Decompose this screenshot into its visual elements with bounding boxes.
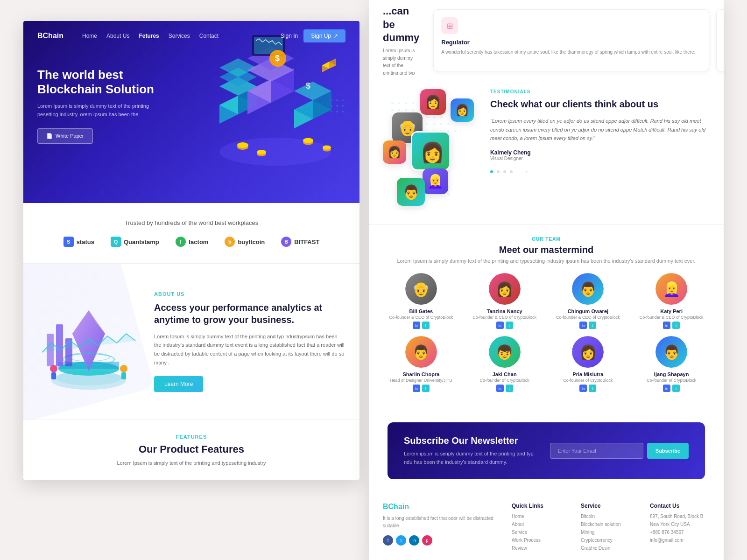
twitter-icon-8[interactable]: t <box>672 385 680 392</box>
footer-service-crypto[interactable]: Cryptocurrency <box>581 538 641 543</box>
team-social-4: in t <box>633 322 710 329</box>
twitter-icon-1[interactable]: t <box>422 322 430 329</box>
whitepaper-button[interactable]: 📄 White Paper <box>37 128 93 144</box>
team-name-5: Sharlin Chopra <box>383 371 459 377</box>
footer-contact-col: Contact Us 897, South Road, Block B New … <box>650 503 710 553</box>
footer-link-service[interactable]: Service <box>512 530 571 535</box>
twitter-icon-7[interactable]: t <box>589 385 596 392</box>
svg-point-55 <box>120 365 127 372</box>
linkedin-icon-6[interactable]: in <box>496 385 504 392</box>
svg-rect-54 <box>51 372 56 379</box>
team-section: OUR TEAM Meet our mastermind Lorem Ipsum… <box>369 225 724 411</box>
avatar-6: 👱‍♀️ <box>423 168 448 194</box>
facebook-icon[interactable]: f <box>383 535 393 546</box>
team-avatar-5: 👨 <box>405 336 437 368</box>
footer-link-workprocess[interactable]: Work Process <box>512 538 571 543</box>
svg-point-38 <box>331 111 332 112</box>
twitter-icon-6[interactable]: t <box>506 385 513 392</box>
linkedin-icon-8[interactable]: in <box>663 385 670 392</box>
footer-service-bitcoin[interactable]: Bitcoin <box>581 514 641 519</box>
partial-title-2: be dummy <box>383 18 419 45</box>
features-label: FEATURES <box>37 434 345 440</box>
hero-description: Lorem Ipsum is simply dummy text of the … <box>37 102 168 119</box>
svg-point-117 <box>447 193 449 195</box>
linkedin-icon-4[interactable]: in <box>663 322 670 329</box>
footer: BChain It is a long established fact tha… <box>369 491 724 560</box>
bitfast-logo-icon: B <box>281 237 291 247</box>
team-role-3: Co-founder & CEO of CryptoBlock <box>550 315 627 320</box>
next-arrow[interactable]: → <box>521 168 529 176</box>
footer-brand-desc: It is a long established fact that oder … <box>383 515 502 530</box>
status-logo-icon: S <box>63 237 74 247</box>
svg-text:$: $ <box>306 81 310 91</box>
team-avatar-4: 👱‍♀️ <box>655 273 687 305</box>
twitter-icon-5[interactable]: t <box>422 385 430 392</box>
nav-features[interactable]: Fetures <box>139 33 159 39</box>
footer-social: f t in p <box>383 535 502 546</box>
team-social-5: in t <box>383 385 459 392</box>
newsletter-email-input[interactable] <box>550 443 643 459</box>
about-title: Access your performance analytics at any… <box>154 301 345 326</box>
feature-card-community: ❖ Community A wonderful serenity has tak… <box>716 9 724 71</box>
footer-service-col: Service Bitcoin Blockchain solution Mini… <box>581 503 641 553</box>
instagram-icon[interactable]: p <box>422 535 432 546</box>
nav-home[interactable]: Home <box>82 33 97 39</box>
footer-service-blockchain[interactable]: Blockchain solution <box>581 522 641 527</box>
linkedin-icon-3[interactable]: in <box>579 322 587 329</box>
signin-button[interactable]: Sign In <box>281 33 298 39</box>
footer-link-about[interactable]: About <box>512 522 571 527</box>
testimonial-navigation: → <box>490 168 710 176</box>
footer-link-review[interactable]: Review <box>512 546 571 551</box>
avatar-5: 👩 <box>383 140 406 164</box>
linkedin-icon-2[interactable]: in <box>496 322 504 329</box>
nav-dot-2[interactable] <box>497 170 500 173</box>
learn-more-button[interactable]: Learn More <box>154 376 203 392</box>
footer-service-mining[interactable]: Mining <box>581 530 641 535</box>
team-social-6: in t <box>466 385 543 392</box>
quantstamp-logo-icon: Q <box>111 237 121 247</box>
linkedin-footer-icon[interactable]: in <box>409 535 419 546</box>
linkedin-icon-1[interactable]: in <box>413 322 420 329</box>
team-member-1: 👴 Bill Gates Co-founder & CEO of CryptoB… <box>383 273 459 329</box>
subscribe-button[interactable]: Subscribe <box>647 443 689 459</box>
linkedin-icon-7[interactable]: in <box>579 385 587 392</box>
nav-dot-1[interactable] <box>490 170 493 173</box>
footer-quicklinks-title: Quick Links <box>512 503 571 509</box>
logo-bitfast: B BITFAST <box>281 237 319 247</box>
nav-services[interactable]: Services <box>169 33 190 39</box>
twitter-icon-4[interactable]: t <box>672 322 680 329</box>
buyltcoin-logo-icon: b <box>225 237 235 247</box>
newsletter-description: Lorem ipsum is simply dummy text of the … <box>404 450 536 466</box>
twitter-icon-2[interactable]: t <box>506 322 513 329</box>
right-top-section: ...can be dummy Lorem Ipsum is simply du… <box>369 0 724 75</box>
svg-point-60 <box>412 102 414 104</box>
team-name-4: Katy Peri <box>633 308 710 314</box>
testimonials-label: TESTIMONIALS <box>490 89 710 94</box>
footer-service-design[interactable]: Graphic Desin <box>581 546 641 551</box>
logo-status: S status <box>63 237 94 247</box>
feature-card-title-1: Regulator <box>441 39 701 46</box>
signup-button[interactable]: Sign Up ↗ <box>303 29 345 42</box>
avatar-1: 👩 <box>420 89 446 115</box>
testimonial-role: Visual Designer <box>490 156 710 161</box>
nav-about[interactable]: About Us <box>106 33 129 39</box>
nav-contact[interactable]: Contact <box>199 33 218 39</box>
about-description: Lorem Ipsum is simply dummy text of the … <box>154 332 345 367</box>
logo-buyltcoin: b buyltcoin <box>225 237 265 247</box>
footer-brand-col: BChain It is a long established fact tha… <box>383 503 502 553</box>
team-grid-row2: 👨 Sharlin Chopra Head of Designer Univer… <box>383 336 710 392</box>
svg-rect-51 <box>56 324 63 366</box>
svg-point-58 <box>398 102 400 104</box>
linkedin-icon-5[interactable]: in <box>413 385 420 392</box>
about-content: ABOUT US Access your performance analyti… <box>154 291 345 392</box>
footer-link-home[interactable]: Home <box>512 514 571 519</box>
nav-dot-3[interactable] <box>503 170 506 173</box>
twitter-footer-icon[interactable]: t <box>396 535 406 546</box>
svg-point-82 <box>426 123 428 125</box>
newsletter-form: Subscribe <box>550 443 689 459</box>
logo-factom: f factom <box>176 237 209 247</box>
twitter-icon-3[interactable]: t <box>589 322 596 329</box>
svg-point-83 <box>433 123 435 125</box>
nav-dot-4[interactable] <box>510 170 513 173</box>
svg-text:$: $ <box>275 54 280 63</box>
